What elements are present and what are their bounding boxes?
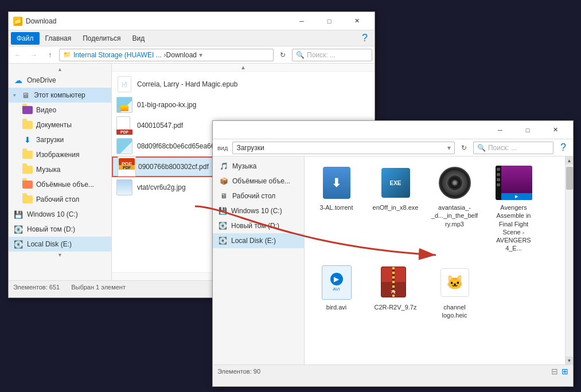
status-bar-2: Элементов: 90 ⊟ ⊞: [213, 364, 573, 377]
minimize-button-1[interactable]: ─: [288, 12, 315, 30]
search-placeholder-1: Поиск: ...: [307, 51, 336, 59]
menu-bar-1: Файл Главная Поделиться Вид ?: [9, 30, 375, 46]
avi-icon-visual: ▶ AVI: [322, 265, 352, 300]
forward-button-1[interactable]: →: [27, 49, 41, 61]
sidebar-label-images: Изображения: [36, 151, 79, 159]
sidebar2-localdisk-label: Local Disk (E:): [231, 237, 276, 245]
mp3-icon: [436, 164, 473, 201]
heic-file-label: channel logo.heic: [431, 303, 478, 320]
sidebar-label-desktop: Рабочий стол: [36, 195, 79, 203]
menu-view-1[interactable]: Вид: [126, 32, 150, 45]
file-row-epub[interactable]: 📄 Correia, Larry - Hard Magic.epub: [112, 74, 375, 95]
address-path-1[interactable]: 📁 Internal Storage (HUAWEI ... › Downloa…: [59, 49, 274, 61]
sidebar2-newtom[interactable]: 💽 Новый том (D:): [213, 218, 304, 233]
status-count-1: Элементов: 651: [13, 284, 60, 291]
computer-icon: 🖥: [20, 90, 30, 100]
sidebar2-windows[interactable]: 💾 Windows 10 (C:): [213, 203, 304, 218]
help-button-1[interactable]: ?: [357, 32, 372, 44]
window-controls-2: ─ □ ✕: [487, 121, 568, 139]
grid-item-heic[interactable]: 🐱 channel logo.heic: [427, 261, 482, 323]
sidebar-label-video: Видео: [36, 106, 56, 114]
list-view-button[interactable]: ⊟: [551, 367, 558, 376]
path-segment-1: Internal Storage (HUAWEI ...: [73, 51, 162, 59]
window-2: ─ □ ✕ вид Загрузки ▾ ↻ 🔍 Поиск: ... ? 🎵 …: [212, 120, 574, 387]
sidebar-item-downloads[interactable]: ⬇ Загрузки: [9, 132, 111, 147]
close-button-1[interactable]: ✕: [344, 12, 370, 30]
video-icon-visual: ▶: [496, 166, 532, 200]
scrollbar-2[interactable]: ▲ ▼: [565, 156, 573, 364]
sidebar-label-drive-c: Windows 10 (C:): [27, 210, 78, 218]
close-button-2[interactable]: ✕: [542, 121, 568, 139]
dropdown-icon-2[interactable]: ▾: [447, 144, 451, 152]
help-button-2[interactable]: ?: [556, 142, 571, 154]
downloads-folder-icon: ⬇: [22, 135, 33, 145]
heic-icon-visual: 🐱: [440, 268, 469, 297]
sidebar-label-drive-e: Local Disk (E:): [27, 240, 72, 248]
maximize-button-2[interactable]: □: [514, 121, 541, 139]
7z-icon-visual: 7z: [381, 266, 411, 299]
file-row-jpg1[interactable]: 01-big-rapoo-kx.jpg: [112, 95, 375, 115]
grid-item-torrent[interactable]: ⬇ 3-AL.torrent: [309, 161, 364, 256]
maximize-button-1[interactable]: □: [316, 12, 342, 30]
epub-file-icon: 📄: [116, 76, 132, 92]
refresh-button-1[interactable]: ↻: [276, 49, 290, 61]
refresh-button-2[interactable]: ↻: [457, 142, 471, 154]
grid-item-7z[interactable]: 7z C2R-R2V_9.7z: [368, 261, 423, 323]
up-button-1[interactable]: ↑: [43, 49, 57, 61]
sidebar-item-onedrive[interactable]: ☁ OneDrive: [9, 73, 111, 88]
files-grid-2: ⬇ 3-AL.torrent EXE enOff_in_x8.exe: [305, 156, 565, 364]
grid-item-exe[interactable]: EXE enOff_in_x8.exe: [368, 161, 423, 256]
grid-item-video[interactable]: ▶ Avengers Assemble in Final Fight Scene…: [486, 161, 541, 256]
sidebar-scroll-up[interactable]: ▲: [9, 66, 111, 73]
address-bar-1: ← → ↑ 📁 Internal Storage (HUAWEI ... › D…: [9, 46, 375, 64]
drive-e-icon: 💽: [13, 239, 24, 249]
scroll-down-btn-2[interactable]: ▼: [566, 356, 574, 364]
sidebar-item-3d[interactable]: Объёмные объе...: [9, 177, 111, 192]
path-downloads: Загрузки: [236, 144, 264, 152]
scroll-thumb-2[interactable]: [566, 167, 573, 190]
menu-share-1[interactable]: Поделиться: [77, 32, 126, 45]
sidebar-item-music[interactable]: Музыка: [9, 162, 111, 177]
pdf-selected-icon: PDF PDF: [118, 159, 134, 175]
video-folder-icon: [22, 105, 33, 115]
address-label-2: вид: [217, 144, 228, 151]
file-list-scroll-up[interactable]: ▲: [112, 64, 375, 72]
menu-home-1[interactable]: Главная: [40, 32, 77, 45]
sidebar-item-thispc[interactable]: ▾ 🖥 Этот компьютер: [9, 88, 111, 103]
sidebar-item-desktop[interactable]: Рабочий стол: [9, 192, 111, 207]
grid-item-mp3[interactable]: avantasia_-_d..._in_the_belfry.mp3: [427, 161, 482, 256]
scroll-up-btn-2[interactable]: ▲: [566, 156, 574, 164]
address-path-2[interactable]: Загрузки ▾: [232, 142, 455, 154]
menu-file-1[interactable]: Файл: [11, 32, 40, 45]
desktop-folder-icon: [22, 194, 33, 205]
sidebar-item-documents[interactable]: Документы: [9, 117, 111, 132]
sidebar-item-drive-d[interactable]: 💽 Новый том (D:): [9, 222, 111, 237]
sidebar-item-drive-c[interactable]: 💾 Windows 10 (C:): [9, 207, 111, 222]
sidebar-label-thispc: Этот компьютер: [34, 91, 85, 99]
sidebar-item-drive-e[interactable]: 💽 Local Disk (E:): [9, 237, 111, 252]
pdf1-file-icon: PDF: [116, 117, 132, 134]
search-box-2[interactable]: 🔍 Поиск: ...: [473, 142, 553, 154]
back-button-1[interactable]: ←: [11, 49, 25, 61]
documents-folder-icon: [22, 120, 33, 130]
exe-icon: EXE: [377, 164, 414, 201]
sidebar2-desktop-label: Рабочий стол: [232, 192, 275, 200]
sidebar-item-video[interactable]: Видео: [9, 103, 111, 117]
sidebar2-desktop[interactable]: 🖥 Рабочий стол: [213, 189, 304, 203]
torrent-icon: ⬇: [318, 164, 355, 201]
search-box-1[interactable]: 🔍 Поиск: ...: [292, 49, 372, 61]
grid-view-button[interactable]: ⊞: [561, 367, 568, 376]
sidebar-item-images[interactable]: Изображения: [9, 147, 111, 162]
sidebar-scroll-down[interactable]: ▼: [9, 252, 111, 258]
dropdown-icon-1[interactable]: ▾: [199, 51, 202, 59]
window-1-title: Download: [26, 17, 288, 25]
sidebar2-music[interactable]: 🎵 Музыка: [213, 159, 304, 174]
sidebar2-3d[interactable]: 📦 Объёмные объе...: [213, 174, 304, 189]
grid-item-avi[interactable]: ▶ AVI bird.avi: [309, 261, 364, 323]
sidebar2-localdisk[interactable]: 💽 Local Disk (E:): [213, 233, 304, 248]
sidebar-label-drive-d: Новый том (D:): [27, 225, 75, 233]
3d-icon-2: 📦: [219, 176, 229, 186]
minimize-button-2[interactable]: ─: [487, 121, 513, 139]
jpg3-file-icon: [116, 179, 132, 195]
sidebar2-windows-label: Windows 10 (C:): [231, 207, 282, 215]
